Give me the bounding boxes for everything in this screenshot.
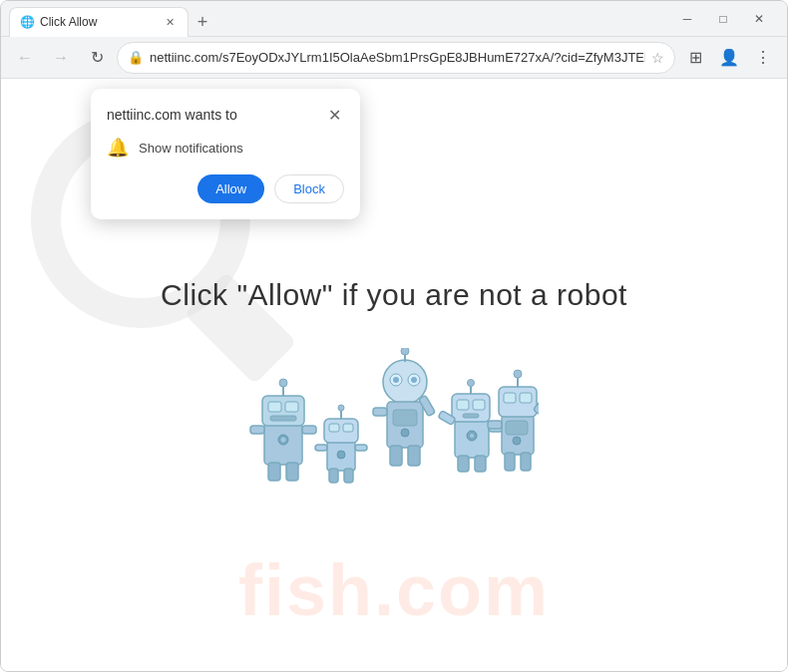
svg-rect-61 (506, 421, 528, 435)
svg-rect-34 (390, 446, 402, 466)
new-tab-button[interactable]: + (189, 9, 216, 37)
svg-rect-20 (355, 445, 367, 451)
tab-title: Click Allow (40, 15, 156, 29)
popup-header: nettiinc.com wants to ✕ (107, 105, 344, 125)
window-controls: ─ □ ✕ (667, 7, 779, 31)
svg-rect-56 (520, 393, 532, 403)
browser-tab[interactable]: 🌐 Click Allow ✕ (9, 7, 189, 37)
popup-buttons: Allow Block (107, 174, 344, 203)
svg-point-26 (401, 348, 409, 355)
back-button[interactable]: ← (9, 42, 41, 74)
svg-rect-60 (521, 453, 531, 471)
bell-icon: 🔔 (107, 137, 129, 159)
svg-rect-47 (458, 456, 469, 472)
svg-rect-6 (270, 416, 296, 421)
bookmark-icon[interactable]: ☆ (651, 50, 664, 66)
svg-point-23 (337, 451, 345, 459)
tab-close-button[interactable]: ✕ (162, 14, 178, 30)
notification-popup: nettiinc.com wants to ✕ 🔔 Show notificat… (91, 89, 360, 219)
svg-rect-48 (475, 456, 486, 472)
maximize-button[interactable]: □ (711, 7, 735, 31)
robots-svg (249, 348, 539, 517)
svg-rect-43 (473, 400, 485, 410)
svg-rect-35 (408, 446, 420, 466)
popup-notification-text: Show notifications (139, 141, 243, 156)
popup-notification-row: 🔔 Show notifications (107, 137, 344, 159)
svg-rect-21 (329, 469, 338, 483)
svg-rect-57 (488, 421, 502, 429)
navigation-bar: ← → ↻ 🔒 ☆ ⊞ 👤 ⋮ (1, 37, 787, 79)
title-bar: 🌐 Click Allow ✕ + ─ □ ✕ (1, 1, 787, 37)
svg-rect-59 (505, 453, 515, 471)
svg-rect-5 (285, 402, 298, 412)
svg-point-12 (281, 438, 286, 443)
address-bar-container: 🔒 ☆ (117, 42, 675, 74)
address-input[interactable] (150, 50, 645, 65)
svg-rect-8 (302, 426, 316, 434)
svg-rect-42 (457, 400, 469, 410)
svg-rect-17 (329, 424, 339, 432)
allow-button[interactable]: Allow (197, 174, 264, 203)
close-button[interactable]: ✕ (747, 7, 771, 31)
profile-button[interactable]: 👤 (713, 42, 745, 74)
nav-right-icons: ⊞ 👤 ⋮ (679, 42, 779, 74)
svg-rect-4 (268, 402, 281, 412)
extensions-icon: ⊞ (689, 48, 702, 67)
main-page-text: Click "Allow" if you are not a robot (1, 278, 787, 312)
tab-bar: 🌐 Click Allow ✕ + (9, 1, 663, 37)
refresh-button[interactable]: ↻ (81, 42, 113, 74)
svg-point-30 (411, 377, 417, 383)
svg-point-16 (338, 405, 344, 411)
tab-favicon: 🌐 (20, 15, 34, 29)
svg-point-41 (468, 380, 475, 387)
security-icon: 🔒 (128, 50, 144, 65)
svg-point-3 (279, 379, 287, 387)
svg-rect-9 (268, 463, 280, 481)
refresh-icon: ↻ (91, 48, 104, 67)
back-icon: ← (17, 49, 33, 67)
extensions-button[interactable]: ⊞ (679, 42, 711, 74)
svg-point-37 (401, 429, 409, 437)
svg-rect-10 (286, 463, 298, 481)
popup-title: nettiinc.com wants to (107, 107, 237, 123)
svg-point-54 (514, 370, 522, 378)
svg-rect-36 (393, 410, 417, 426)
svg-rect-32 (373, 408, 387, 416)
forward-icon: → (53, 49, 69, 67)
svg-rect-18 (343, 424, 353, 432)
profile-icon: 👤 (719, 48, 739, 67)
svg-rect-55 (504, 393, 516, 403)
svg-point-50 (470, 434, 474, 438)
svg-point-62 (513, 437, 521, 445)
menu-button[interactable]: ⋮ (747, 42, 779, 74)
page-content: nettiinc.com wants to ✕ 🔔 Show notificat… (1, 79, 787, 671)
popup-close-button[interactable]: ✕ (324, 105, 344, 125)
forward-button[interactable]: → (45, 42, 77, 74)
block-button[interactable]: Block (274, 174, 344, 203)
robots-illustration (249, 348, 539, 517)
menu-icon: ⋮ (755, 48, 771, 67)
svg-rect-22 (344, 469, 353, 483)
svg-rect-7 (250, 426, 264, 434)
watermark-text: fish.com (1, 549, 787, 631)
svg-point-24 (383, 360, 427, 404)
svg-rect-44 (463, 414, 479, 418)
browser-window: 🌐 Click Allow ✕ + ─ □ ✕ ← → ↻ 🔒 ☆ (0, 0, 788, 672)
svg-point-29 (393, 377, 399, 383)
minimize-button[interactable]: ─ (675, 7, 699, 31)
svg-rect-19 (315, 445, 327, 451)
